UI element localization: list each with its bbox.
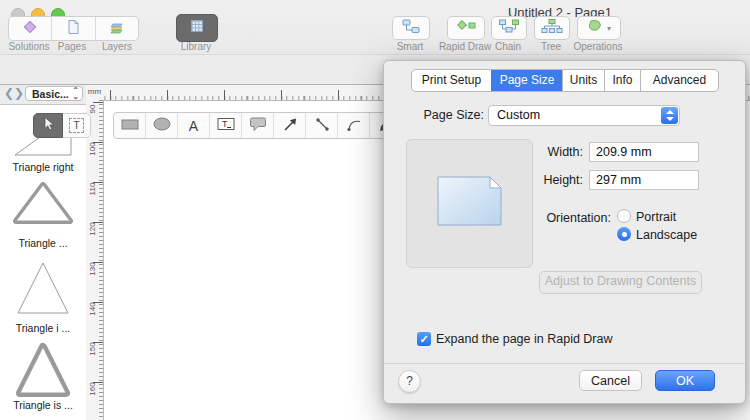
width-label: Width: (536, 145, 583, 159)
expand-page-checkbox[interactable]: ✓ (417, 332, 431, 346)
v-ruler-number: 110 (88, 179, 98, 199)
solutions-button[interactable] (9, 17, 51, 40)
solutions-label: Solutions (4, 41, 54, 52)
v-ruler-number: 160 (88, 379, 98, 399)
rapid-draw-button[interactable] (447, 16, 485, 40)
library-button[interactable] (176, 14, 218, 42)
tree-label: Tree (529, 41, 573, 52)
layers-icon (107, 18, 127, 40)
portrait-radio[interactable] (617, 209, 631, 223)
chain-button[interactable] (491, 16, 527, 40)
ellipse-icon (151, 115, 173, 137)
tab-page-size[interactable]: Page Size (491, 70, 562, 91)
callout-icon (248, 115, 268, 137)
sidebar-header: ❮ ❯ Basic... ⌃⌄ (0, 85, 87, 105)
landscape-label: Landscape (636, 228, 697, 242)
line-tool-button[interactable] (305, 113, 337, 138)
operations-icon (587, 18, 605, 38)
layers-label: Layers (94, 41, 140, 52)
textbox-tool-button[interactable]: T (209, 113, 241, 138)
tree-icon (541, 18, 563, 38)
callout-tool-button[interactable] (241, 113, 273, 138)
tab-units[interactable]: Units (562, 70, 604, 91)
stencil-label: Triangle right (0, 161, 86, 173)
adjust-to-drawing-contents-button[interactable]: Adjust to Drawing Contents (539, 271, 702, 294)
select-stepper-icon: ⌃⌄ (72, 88, 79, 100)
checkmark-icon: ✓ (419, 333, 428, 345)
text-select-tool-button[interactable]: T (63, 113, 91, 138)
stencil-library-value: Basic... (32, 88, 69, 100)
text-select-icon: T (69, 118, 84, 133)
rapid-draw-icon (455, 18, 477, 38)
page-size-popup[interactable]: Custom (488, 105, 680, 126)
operations-label: Operations (570, 41, 626, 52)
portrait-label: Portrait (636, 210, 676, 224)
page-size-value: Custom (497, 106, 540, 125)
pages-button[interactable] (51, 17, 94, 40)
line-icon (313, 115, 331, 137)
tab-info[interactable]: Info (604, 70, 640, 91)
tab-advanced[interactable]: Advanced (640, 70, 718, 91)
height-input[interactable] (589, 170, 699, 190)
arrow-icon (281, 115, 299, 137)
curve-tool-button[interactable] (337, 113, 369, 138)
selection-tools-group: T (33, 113, 91, 136)
landscape-radio[interactable] (617, 227, 631, 241)
v-ruler-number: 150 (88, 339, 98, 359)
width-input[interactable] (589, 142, 699, 162)
operations-button[interactable]: ▾ (577, 16, 621, 40)
orientation-label: Orientation: (534, 211, 611, 225)
help-button[interactable]: ? (398, 370, 421, 393)
height-label: Height: (536, 173, 583, 187)
pages-icon (64, 18, 82, 40)
solutions-icon (21, 18, 39, 40)
stencil-label: Triangle ... (0, 237, 86, 249)
stencil-triangle-rounded[interactable] (0, 182, 86, 224)
dialog-footer-divider (384, 363, 745, 364)
ellipse-tool-button[interactable] (145, 113, 177, 138)
cancel-button[interactable]: Cancel (579, 370, 642, 391)
radio-dot (622, 232, 627, 237)
pages-label: Pages (50, 41, 94, 52)
ok-button[interactable]: OK (655, 370, 715, 391)
text-tool-button[interactable]: A (177, 113, 209, 138)
popup-stepper-icon (661, 107, 678, 124)
arrow-tool-button[interactable] (273, 113, 305, 138)
titlebar-toolbar-row: Untitled 2 - Page1 (0, 0, 750, 55)
toolbar-left-group (8, 16, 139, 41)
arrow-cursor-icon (41, 116, 55, 136)
stencil-label: Triangle i ... (0, 322, 86, 334)
smart-label: Smart (386, 41, 434, 52)
textbox-icon: T (216, 116, 236, 136)
tab-print-setup[interactable]: Print Setup (412, 70, 491, 91)
curve-icon (345, 115, 363, 137)
shape-tools-group: A T (113, 112, 402, 139)
dialog-tab-bar: Print Setup Page Size Units Info Advance… (411, 69, 719, 92)
v-ruler-number: 100 (88, 139, 98, 159)
chain-label: Chain (486, 41, 530, 52)
smart-icon (401, 18, 421, 38)
stencil-triangle-rounded-2[interactable] (0, 342, 86, 398)
stencil-library-select[interactable]: Basic... ⌃⌄ (25, 86, 83, 101)
stencil-list: Triangle right Triangle ... Triangle i .… (0, 104, 87, 420)
library-label: Library (173, 41, 219, 52)
rectangle-tool-button[interactable] (114, 113, 145, 138)
layers-button[interactable] (95, 17, 138, 40)
library-icon (189, 18, 205, 38)
stencil-prev-icon[interactable]: ❮ (4, 86, 14, 100)
v-ruler-number: 130 (88, 259, 98, 279)
vertical-ruler: 90 100 110 120 130 140 150 160 (86, 100, 104, 420)
v-ruler-number: 120 (88, 219, 98, 239)
smart-button[interactable] (392, 16, 430, 40)
text-tool-icon: A (189, 118, 198, 134)
stencil-label: Triangle is ... (0, 399, 86, 411)
tree-button[interactable] (534, 16, 570, 40)
stencil-next-icon[interactable]: ❯ (14, 86, 24, 100)
operations-chevron-icon: ▾ (607, 24, 611, 33)
page-size-label: Page Size: (422, 108, 484, 122)
stencil-triangle-isoceles[interactable] (0, 260, 86, 316)
v-ruler-number: 140 (88, 299, 98, 319)
select-tool-button[interactable] (33, 113, 63, 138)
page-preview-panel (406, 139, 533, 268)
page-preview-icon (437, 176, 502, 226)
